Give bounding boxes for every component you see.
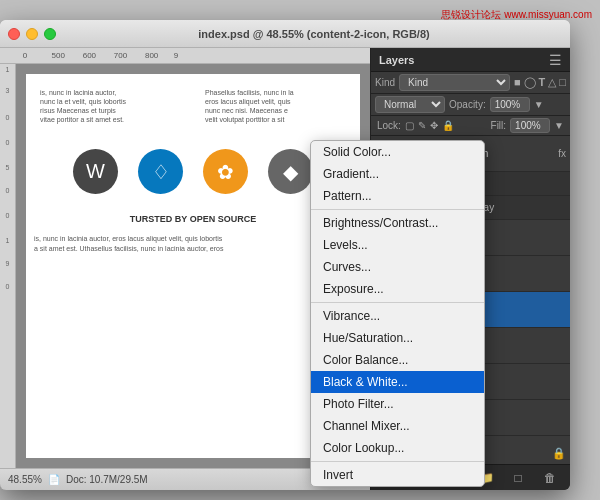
adjustment-icon[interactable]: ◯ (524, 76, 536, 89)
lock-transparent-icon[interactable]: ▢ (405, 120, 414, 131)
kind-icons: ■ ◯ T △ □ (514, 76, 566, 89)
menu-item-invert[interactable]: Invert (311, 464, 484, 486)
lock-brush-icon[interactable]: ✎ (418, 120, 426, 131)
maximize-button[interactable] (44, 28, 56, 40)
window-title: index.psd @ 48.55% (content-2-icon, RGB/… (198, 28, 429, 40)
menu-item-hue-saturation[interactable]: Hue/Saturation... (311, 327, 484, 349)
drupal-icon: ♢ (138, 149, 183, 194)
app-window: index.psd @ 48.55% (content-2-icon, RGB/… (0, 20, 570, 490)
menu-item-gradient[interactable]: Gradient... (311, 163, 484, 185)
separator-3 (311, 461, 484, 462)
close-button[interactable] (8, 28, 20, 40)
title-bar: index.psd @ 48.55% (content-2-icon, RGB/… (0, 20, 570, 48)
watermark: 思锐设计论坛 www.missyuan.com (441, 8, 592, 22)
type-icon[interactable]: T (539, 76, 546, 89)
opacity-input[interactable] (490, 97, 530, 112)
background-lock-icon: 🔒 (552, 447, 566, 460)
new-layer-button[interactable]: □ (508, 469, 528, 487)
extra-icon: ◆ (268, 149, 313, 194)
menu-item-brightness-contrast[interactable]: Brightness/Contrast... (311, 212, 484, 234)
delete-layer-button[interactable]: 🗑 (540, 469, 560, 487)
menu-item-curves[interactable]: Curves... (311, 256, 484, 278)
shape-icon[interactable]: △ (548, 76, 556, 89)
canvas-text-left: is, nunc in lacinia auctor,nunc la et ve… (32, 80, 189, 132)
minimize-button[interactable] (26, 28, 38, 40)
fx-badge: fx (558, 148, 566, 159)
menu-item-solid-color[interactable]: Solid Color... (311, 141, 484, 163)
menu-item-vibrance[interactable]: Vibrance... (311, 305, 484, 327)
menu-item-black-white[interactable]: Black & White... (311, 371, 484, 393)
opacity-arrow: ▼ (534, 99, 544, 110)
context-menu[interactable]: Solid Color... Gradient... Pattern... Br… (310, 140, 485, 487)
ruler-left: 1 3 0 0 5 0 0 1 9 0 (0, 64, 16, 468)
menu-item-pattern[interactable]: Pattern... (311, 185, 484, 207)
menu-item-color-balance[interactable]: Color Balance... (311, 349, 484, 371)
lock-row: Lock: ▢ ✎ ✥ 🔒 Fill: ▼ (371, 116, 570, 136)
separator-2 (311, 302, 484, 303)
lock-move-icon[interactable]: ✥ (430, 120, 438, 131)
layers-title: Layers (379, 54, 414, 66)
kind-label: Kind (375, 77, 395, 88)
layers-options-icon[interactable]: ☰ (549, 52, 562, 68)
fill-arrow: ▼ (554, 120, 564, 131)
zoom-level: 48.55% (8, 474, 42, 485)
lock-label: Lock: (377, 120, 401, 131)
menu-item-exposure[interactable]: Exposure... (311, 278, 484, 300)
wordpress-icon: W (73, 149, 118, 194)
status-icon: 📄 (48, 474, 60, 485)
menu-item-photo-filter[interactable]: Photo Filter... (311, 393, 484, 415)
traffic-lights (8, 28, 56, 40)
smart-icon[interactable]: □ (559, 76, 566, 89)
blend-mode-dropdown[interactable]: Normal (375, 96, 445, 113)
blend-row: Normal Opacity: ▼ (371, 94, 570, 116)
pixel-icon[interactable]: ■ (514, 76, 521, 89)
fill-label: Fill: (491, 120, 507, 131)
opacity-row: Opacity: ▼ (449, 97, 566, 112)
lock-all-icon[interactable]: 🔒 (442, 120, 454, 131)
kind-dropdown[interactable]: Kind (399, 74, 510, 91)
layers-header: Layers ☰ (371, 48, 570, 72)
menu-item-channel-mixer[interactable]: Channel Mixer... (311, 415, 484, 437)
joomla-icon: ✿ (203, 149, 248, 194)
doc-info: Doc: 10.7M/29.5M (66, 474, 148, 485)
fill-input[interactable] (510, 118, 550, 133)
menu-item-levels[interactable]: Levels... (311, 234, 484, 256)
separator-1 (311, 209, 484, 210)
opacity-label: Opacity: (449, 99, 486, 110)
canvas-text-right: Phasellus facilisis, nunc in laeros lacu… (197, 80, 354, 132)
kind-row: Kind Kind ■ ◯ T △ □ (371, 72, 570, 94)
ruler-top: 0 500 600 700 800 9 (0, 48, 370, 64)
menu-item-color-lookup[interactable]: Color Lookup... (311, 437, 484, 459)
fill-row: Fill: ▼ (491, 118, 564, 133)
